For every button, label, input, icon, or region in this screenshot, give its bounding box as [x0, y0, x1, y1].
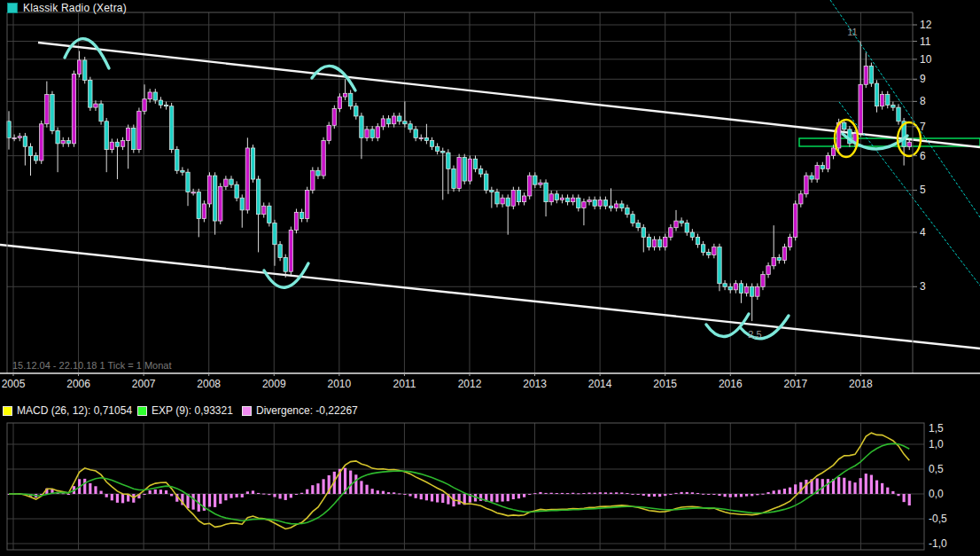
- divergence-bar: [773, 490, 775, 494]
- candle: [577, 198, 580, 208]
- candle: [306, 190, 309, 218]
- candle: [40, 124, 43, 161]
- divergence-bar: [903, 494, 906, 502]
- candle: [897, 107, 900, 121]
- candle: [560, 198, 564, 200]
- candle: [365, 129, 369, 137]
- price-tick-label: 8: [920, 95, 926, 107]
- divergence-bar: [246, 491, 249, 494]
- candle: [94, 104, 97, 107]
- candle: [164, 105, 167, 106]
- candle: [191, 192, 195, 193]
- candle: [674, 221, 678, 228]
- cyan-arc[interactable]: [312, 66, 355, 90]
- divergence-bar: [745, 494, 748, 497]
- divergence-bar: [610, 493, 612, 494]
- candle: [207, 176, 211, 204]
- legend-item-divergence[interactable]: Divergence: -0,22267: [242, 404, 358, 417]
- year-label: 2009: [262, 378, 286, 390]
- candle: [403, 121, 407, 124]
- candle: [533, 176, 537, 184]
- candle: [386, 119, 390, 124]
- price-tick-label: 5: [920, 184, 926, 196]
- candle: [348, 93, 352, 106]
- candle: [539, 183, 542, 184]
- candle: [485, 174, 488, 190]
- divergence-bar: [62, 493, 65, 494]
- divergence-bar: [290, 494, 292, 497]
- divergence-bar: [577, 493, 579, 494]
- divergence-bar: [533, 493, 536, 494]
- macd-legend: MACD (26, 12): 0,71054 EXP (9): 0,93321 …: [0, 404, 980, 419]
- candle: [72, 74, 75, 143]
- legend-item-macd[interactable]: MACD (26, 12): 0,71054: [3, 404, 132, 417]
- candle: [414, 129, 417, 137]
- candle: [273, 223, 276, 245]
- divergence-bar: [306, 489, 308, 494]
- divergence-bar: [550, 493, 553, 494]
- candle: [251, 148, 254, 179]
- divergence-bar: [648, 494, 650, 497]
- year-label: 2011: [393, 378, 416, 390]
- candle: [175, 150, 179, 171]
- candle: [289, 230, 292, 271]
- macd-tick-label: -0,5: [929, 513, 947, 525]
- divergence-bar: [599, 492, 602, 494]
- divergence-bar: [436, 494, 439, 503]
- divergence-bar: [403, 494, 406, 495]
- macd-tick-label: 0,5: [929, 463, 944, 475]
- chart-canvas[interactable]: 112,512111098765432005200620072008200920…: [0, 0, 980, 556]
- candle: [197, 192, 200, 219]
- candle: [821, 166, 824, 169]
- candle: [522, 196, 525, 202]
- divergence-bar: [502, 494, 504, 502]
- candle: [360, 116, 363, 137]
- divergence-bar: [219, 494, 222, 504]
- divergence-bar: [587, 493, 590, 494]
- year-label: 2007: [132, 378, 156, 390]
- candle: [506, 198, 509, 206]
- divergence-bar: [393, 492, 395, 494]
- divergence-bar: [517, 494, 520, 498]
- divergence-bar: [582, 493, 585, 494]
- candle: [148, 92, 152, 99]
- white-trendline[interactable]: [0, 245, 980, 348]
- legend-item-exp[interactable]: EXP (9): 0,93321: [137, 404, 233, 417]
- divergence-bar: [111, 494, 113, 500]
- divergence-bar: [371, 489, 374, 494]
- candle: [549, 194, 553, 202]
- candle: [105, 121, 108, 150]
- divergence-bar: [766, 492, 769, 494]
- divergence-bar: [214, 494, 216, 507]
- candle: [202, 204, 206, 219]
- divergence-bar: [360, 481, 362, 494]
- candle: [696, 237, 699, 244]
- divergence-bar: [707, 494, 710, 495]
- candle: [843, 122, 846, 129]
- candle: [652, 239, 656, 247]
- candle: [891, 105, 895, 107]
- divergence-bar: [674, 493, 677, 494]
- candle: [83, 60, 87, 81]
- divergence-bar: [398, 493, 401, 494]
- candle: [664, 237, 667, 247]
- divergence-bar: [192, 494, 195, 510]
- candle: [99, 104, 103, 121]
- year-label: 2012: [458, 378, 482, 390]
- candle: [609, 206, 612, 208]
- candle: [565, 198, 569, 201]
- cyan-arc[interactable]: [706, 314, 749, 336]
- candle: [376, 127, 379, 138]
- divergence-bar: [322, 479, 324, 494]
- divergence-bar: [252, 490, 254, 494]
- divergence-bar: [89, 483, 91, 494]
- divergence-bar: [789, 488, 791, 494]
- divergence-color-icon: [242, 406, 252, 416]
- candle: [587, 200, 591, 201]
- divergence-bar: [696, 493, 699, 494]
- divergence-bar: [783, 489, 786, 494]
- chart-window: 112,512111098765432005200620072008200920…: [0, 0, 980, 556]
- candle: [299, 212, 303, 218]
- candle: [463, 157, 466, 181]
- title-bar: Klassik Radio (Xetra): [7, 2, 127, 14]
